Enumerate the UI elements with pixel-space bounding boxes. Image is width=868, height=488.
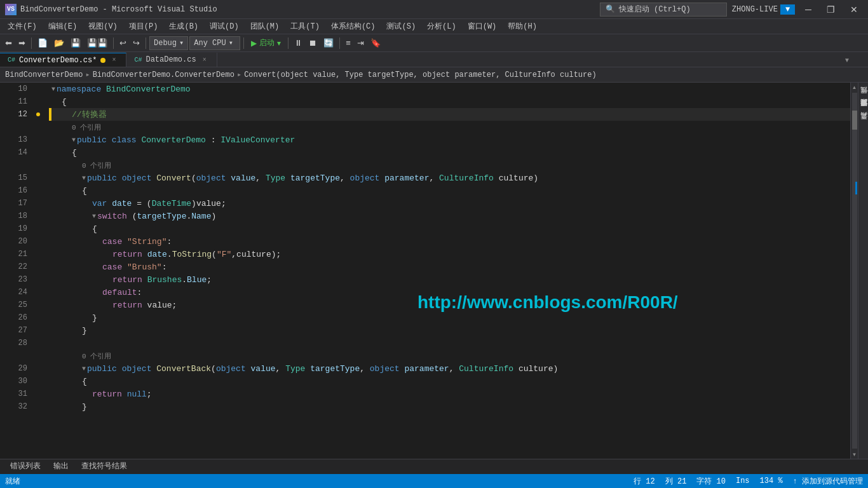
fold-21[interactable]	[41, 349, 49, 362]
fold-23[interactable]	[41, 375, 49, 388]
fold-3[interactable]	[41, 121, 49, 133]
menu-item-b[interactable]: 生成(B)	[164, 19, 203, 34]
status-char[interactable]: 字符 10	[696, 476, 726, 487]
status-ins[interactable]: Ins	[736, 477, 750, 485]
collapse-btn-4[interactable]: ▼	[72, 137, 76, 144]
tab-scroll-button[interactable]: ▼	[841, 53, 853, 67]
status-row[interactable]: 行 12	[634, 476, 655, 487]
restore-button[interactable]: ❐	[822, 3, 840, 16]
fold-15[interactable]	[41, 273, 49, 286]
menu-item-w[interactable]: 窗口(W)	[463, 19, 502, 34]
token-plain-10: )	[211, 212, 216, 221]
menu-item-d[interactable]: 调试(D)	[205, 19, 244, 34]
fold-10[interactable]	[41, 210, 49, 222]
menu-item-v[interactable]: 视图(V)	[83, 19, 123, 34]
fold-24[interactable]	[41, 388, 49, 400]
error-list-tab[interactable]: 错误列表	[5, 459, 46, 474]
menu-item-p[interactable]: 项目(P)	[124, 19, 163, 34]
margin-21	[35, 349, 41, 362]
bookmark-button[interactable]: 🔖	[368, 36, 383, 50]
tab-close-button[interactable]: ×	[109, 56, 118, 65]
open-file-button[interactable]: 📂	[51, 36, 67, 50]
tab-close-button2[interactable]: ×	[200, 55, 209, 64]
fold-11[interactable]	[41, 222, 49, 235]
collapse-btn-22[interactable]: ▼	[82, 365, 86, 372]
fold-17[interactable]	[41, 299, 49, 311]
pause-button[interactable]: ⏸	[292, 36, 305, 50]
save-button[interactable]: 💾	[68, 36, 83, 50]
fold-5[interactable]	[41, 146, 49, 159]
breadcrumb-class[interactable]: BindConverterDemo.ConverterDemo	[93, 71, 234, 79]
scroll-up-button[interactable]: ▲	[851, 83, 858, 92]
side-label-solution[interactable]: 解决方案资源管理器	[858, 108, 868, 116]
undo-button[interactable]: ↩	[117, 36, 129, 50]
fold-2[interactable]	[41, 108, 49, 121]
menu-item-t[interactable]: 工具(T)	[285, 19, 325, 34]
side-label-properties[interactable]: 属性	[858, 95, 868, 103]
fold-13[interactable]	[41, 248, 49, 261]
find-symbol-tab[interactable]: 查找符号结果	[76, 459, 132, 474]
fold-25[interactable]	[41, 400, 49, 413]
minimize-button[interactable]: ─	[800, 3, 817, 16]
stop-button[interactable]: ⏹	[306, 36, 320, 50]
fold-9[interactable]	[41, 197, 49, 210]
side-label-toolbox[interactable]: 工具箱	[858, 121, 868, 128]
fold-16[interactable]	[41, 286, 49, 299]
indent-button[interactable]: ⇥	[355, 36, 367, 50]
output-tab[interactable]: 输出	[48, 459, 74, 474]
platform-dropdown[interactable]: Any CPU ▾	[189, 36, 240, 50]
restart-button[interactable]: 🔄	[321, 36, 336, 50]
fold-22[interactable]	[41, 362, 49, 375]
menu-item-c[interactable]: 体系结构(C)	[326, 19, 381, 34]
code-editor[interactable]: 1011121314151617181920212223242526272829…	[0, 83, 858, 459]
config-dropdown[interactable]: Debug ▾	[149, 36, 188, 50]
close-button[interactable]: ✕	[845, 3, 863, 16]
fold-4[interactable]	[41, 133, 49, 146]
collapse-btn-0[interactable]: ▼	[51, 86, 55, 93]
fold-18[interactable]	[41, 311, 49, 324]
collapse-btn-7[interactable]: ▼	[82, 175, 86, 182]
collapse-btn-10[interactable]: ▼	[92, 213, 96, 220]
breadcrumb-method[interactable]: Convert(object value, Type targetType, o…	[244, 71, 597, 79]
menu-item-l[interactable]: 分析(L)	[422, 19, 461, 34]
breadcrumb-project[interactable]: BindConverterDemo	[5, 71, 83, 79]
scroll-down-button[interactable]: ▼	[851, 450, 858, 459]
menu-item-e[interactable]: 编辑(E)	[43, 19, 83, 34]
tab-datademocs[interactable]: C# DataDemo.cs ×	[126, 53, 217, 67]
new-file-button[interactable]: 📄	[35, 36, 50, 50]
menu-item-f[interactable]: 文件(F)	[3, 19, 42, 34]
tab-converterdemocs[interactable]: C# ConverterDemo.cs* ×	[0, 53, 126, 67]
token-plain-13	[142, 250, 147, 259]
fold-8[interactable]	[41, 184, 49, 197]
quick-launch-box[interactable]: 🔍 快速启动 (Ctrl+Q)	[600, 3, 727, 17]
status-zoom[interactable]: 134 %	[760, 477, 783, 485]
save-all-button[interactable]: 💾💾	[85, 36, 110, 50]
config-label: Debug	[154, 39, 177, 48]
vertical-scrollbar[interactable]: ▲ ▼	[850, 83, 858, 459]
fold-19[interactable]	[41, 324, 49, 337]
fold-0[interactable]	[41, 83, 49, 95]
scroll-thumb[interactable]	[852, 111, 857, 130]
fold-6[interactable]	[41, 159, 49, 172]
menu-item-s[interactable]: 测试(S)	[381, 19, 421, 34]
code-content[interactable]: http://www.cnblogs.com/R00R/▼namespace B…	[49, 83, 850, 459]
token-kw2-14: case	[102, 262, 122, 272]
scroll-track	[852, 93, 857, 449]
fold-14[interactable]	[41, 261, 49, 273]
fold-12[interactable]	[41, 235, 49, 248]
fold-7[interactable]	[41, 172, 49, 184]
start-button[interactable]: ▶ 启动 ▾	[247, 36, 285, 50]
side-label-team[interactable]: 团队资源管理器	[858, 83, 868, 90]
menu-item-m[interactable]: 团队(M)	[245, 19, 285, 34]
menu-item-h[interactable]: 帮助(H)	[503, 19, 542, 34]
side-labels-panel: 团队资源管理器 属性 解决方案资源管理器 工具箱	[858, 83, 868, 459]
fold-20[interactable]	[41, 337, 49, 349]
fold-1[interactable]	[41, 95, 49, 108]
token-comment-2: //转换器	[72, 109, 107, 120]
redo-button[interactable]: ↪	[130, 36, 142, 50]
status-col[interactable]: 列 21	[665, 476, 687, 487]
back-button[interactable]: ⬅	[3, 36, 15, 50]
add-to-source[interactable]: ↑ 添加到源代码管理	[793, 476, 863, 487]
forward-button[interactable]: ➡	[16, 36, 28, 50]
format-button[interactable]: ≡	[343, 36, 353, 50]
